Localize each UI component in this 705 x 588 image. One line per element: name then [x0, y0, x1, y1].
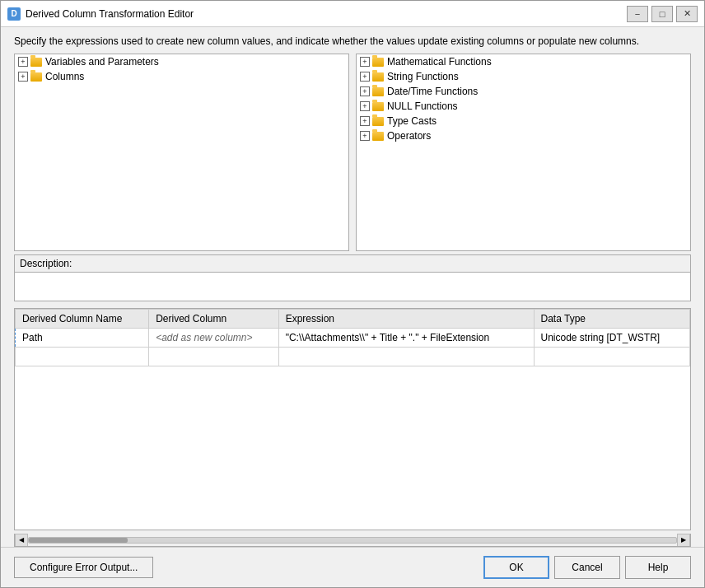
cancel-button[interactable]: Cancel: [554, 556, 620, 579]
folder-icon-variables: [30, 58, 42, 67]
col-header-datatype: Data Type: [534, 310, 690, 329]
cell-derived-column[interactable]: <add as new column>: [149, 329, 278, 348]
help-button[interactable]: Help: [625, 556, 691, 579]
cell-empty-datatype: [534, 348, 690, 366]
data-table: Derived Column Name Derived Column Expre…: [15, 309, 690, 366]
maximize-button[interactable]: □: [651, 6, 673, 22]
folder-icon-null: [372, 102, 384, 111]
description-box: [14, 272, 691, 301]
col-header-name: Derived Column Name: [16, 310, 149, 329]
expand-null[interactable]: +: [360, 101, 370, 111]
window-title: Derived Column Transformation Editor: [26, 8, 627, 20]
cell-data-type: Unicode string [DT_WSTR]: [534, 329, 690, 348]
cell-empty-name: [16, 348, 149, 366]
tree-item-datetime-functions[interactable]: + Date/Time Functions: [357, 84, 690, 99]
main-window: D Derived Column Transformation Editor −…: [0, 0, 705, 588]
table-empty-row[interactable]: [16, 348, 690, 366]
expand-math[interactable]: +: [360, 57, 370, 67]
left-panel[interactable]: + Variables and Parameters + Columns: [14, 54, 349, 251]
tree-item-variables[interactable]: + Variables and Parameters: [15, 54, 348, 69]
scroll-left-arrow[interactable]: ◀: [15, 534, 28, 547]
ok-button[interactable]: OK: [483, 556, 549, 579]
expand-datetime[interactable]: +: [360, 86, 370, 96]
folder-icon-math: [372, 58, 384, 67]
footer-left: Configure Error Output...: [14, 557, 153, 578]
scroll-right-arrow[interactable]: ▶: [677, 534, 690, 547]
expand-columns[interactable]: +: [18, 72, 28, 82]
col-header-expression: Expression: [278, 310, 534, 329]
tree-item-null-functions[interactable]: + NULL Functions: [357, 99, 690, 114]
folder-icon-type-casts: [372, 117, 384, 126]
tree-item-columns[interactable]: + Columns: [15, 69, 348, 84]
tree-item-math-functions[interactable]: + Mathematical Functions: [357, 54, 690, 69]
right-panel[interactable]: + Mathematical Functions + String Functi…: [356, 54, 691, 251]
app-icon: D: [7, 7, 21, 21]
cell-derived-column-name[interactable]: Path: [16, 329, 149, 348]
folder-icon-columns: [30, 72, 42, 82]
description-section: Description:: [14, 254, 691, 301]
close-button[interactable]: ✕: [676, 6, 698, 22]
top-panels: + Variables and Parameters + Columns + M…: [14, 54, 691, 251]
tree-item-type-casts[interactable]: + Type Casts: [357, 114, 690, 128]
cell-empty-expression: [278, 348, 534, 366]
description-label: Description:: [14, 254, 691, 272]
folder-icon-operators: [372, 132, 384, 141]
table-row[interactable]: Path <add as new column> "C:\\Attachment…: [16, 329, 690, 348]
data-table-container[interactable]: Derived Column Name Derived Column Expre…: [14, 308, 691, 530]
folder-icon-datetime: [372, 87, 384, 96]
expand-variables[interactable]: +: [18, 57, 28, 67]
footer: Configure Error Output... OK Cancel Help: [1, 547, 704, 587]
main-description: Specify the expressions used to create n…: [1, 27, 704, 54]
cell-expression[interactable]: "C:\\Attachments\\" + Title + "." + File…: [278, 329, 534, 348]
title-bar: D Derived Column Transformation Editor −…: [1, 1, 704, 27]
footer-right: OK Cancel Help: [483, 556, 691, 579]
tree-item-operators[interactable]: + Operators: [357, 128, 690, 143]
expand-type-casts[interactable]: +: [360, 116, 370, 126]
tree-item-string-functions[interactable]: + String Functions: [357, 69, 690, 84]
scrollbar-thumb[interactable]: [29, 538, 128, 543]
main-content: + Variables and Parameters + Columns + M…: [1, 54, 704, 547]
cell-empty-derived: [149, 348, 278, 366]
minimize-button[interactable]: −: [627, 6, 648, 22]
folder-icon-string: [372, 72, 384, 82]
expand-string[interactable]: +: [360, 72, 370, 82]
horizontal-scrollbar[interactable]: ◀ ▶: [14, 534, 691, 547]
title-bar-controls: − □ ✕: [627, 6, 698, 22]
col-header-derived: Derived Column: [149, 310, 278, 329]
expand-operators[interactable]: +: [360, 131, 370, 141]
configure-error-output-button[interactable]: Configure Error Output...: [14, 557, 153, 578]
